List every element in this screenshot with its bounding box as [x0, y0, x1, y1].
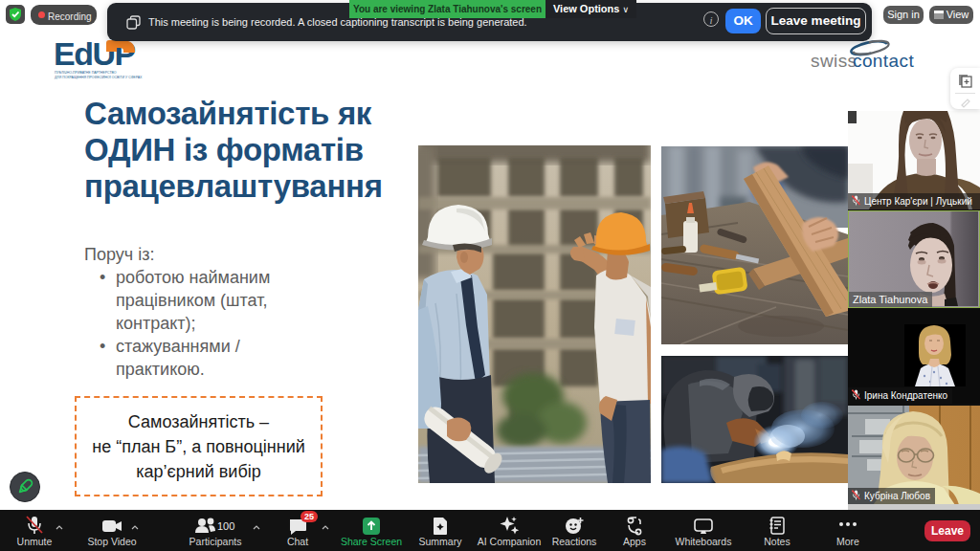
- svg-text:swiss: swiss: [811, 51, 857, 71]
- svg-text:100: 100: [217, 520, 234, 532]
- svg-text:contact: contact: [853, 51, 914, 71]
- svg-text:ДЛЯ ПОКРАЩЕННЯ ПРОФЕСІЙНОЇ ОСВ: ДЛЯ ПОКРАЩЕННЯ ПРОФЕСІЙНОЇ ОСВІТИ У СФЕР…: [55, 76, 143, 79]
- svg-text:ПУБЛІЧНО-ПРИВАТНЕ ПАРТНЕРСТВО: ПУБЛІЧНО-ПРИВАТНЕ ПАРТНЕРСТВО: [55, 71, 117, 75]
